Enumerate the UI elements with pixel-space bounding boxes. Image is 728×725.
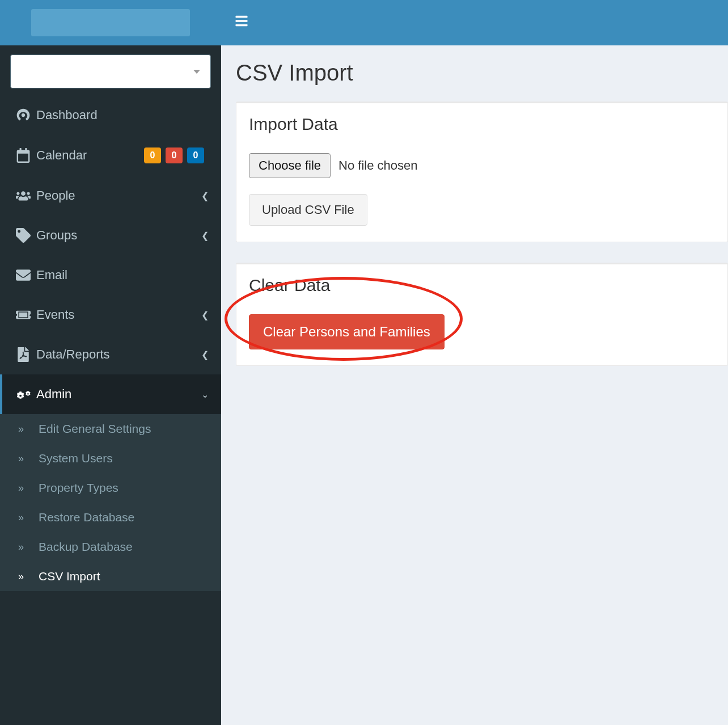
subnav-label: Edit General Settings — [39, 422, 151, 436]
angle-double-right-icon: » — [18, 482, 39, 494]
clear-persons-families-button[interactable]: Clear Persons and Families — [249, 314, 445, 349]
chevron-left-icon: ❮ — [201, 191, 209, 201]
sidebar-item-label: Events — [36, 307, 201, 322]
angle-double-right-icon: » — [18, 423, 39, 435]
subnav-label: System Users — [39, 452, 113, 465]
chevron-down-icon: ⌄ — [201, 389, 209, 400]
sidebar-search[interactable] — [10, 54, 211, 88]
subnav-label: Property Types — [39, 481, 118, 495]
panel-body: Clear Persons and Families — [236, 301, 727, 352]
choose-file-button[interactable]: Choose file — [249, 153, 331, 178]
ticket-icon — [16, 307, 36, 322]
logo-placeholder — [31, 9, 190, 36]
calendar-badges: 0 0 0 — [144, 147, 204, 163]
caret-down-icon — [193, 70, 200, 74]
sidebar-item-label: Dashboard — [36, 108, 209, 123]
badge-red: 0 — [166, 147, 183, 163]
sidebar-item-label: Email — [36, 268, 209, 283]
panel-body: Choose file No file chosen Upload CSV Fi… — [236, 140, 727, 228]
subnav-system-users[interactable]: » System Users — [0, 444, 221, 473]
chevron-left-icon: ❮ — [201, 349, 209, 360]
sidebar-item-admin[interactable]: Admin ⌄ — [0, 374, 221, 414]
upload-csv-button[interactable]: Upload CSV File — [249, 194, 367, 226]
main: CSV Import Import Data Choose file No fi… — [221, 0, 728, 725]
subnav-restore-database[interactable]: » Restore Database — [0, 503, 221, 532]
page-title: CSV Import — [236, 60, 728, 86]
subnav-label: Backup Database — [39, 540, 133, 554]
content: CSV Import Import Data Choose file No fi… — [221, 45, 728, 725]
angle-double-right-icon: » — [18, 453, 39, 465]
panel-header: Import Data — [236, 103, 727, 140]
sidebar-item-dashboard[interactable]: Dashboard — [0, 95, 221, 135]
people-icon — [16, 188, 36, 203]
sidebar-search-wrap — [0, 45, 221, 95]
sidebar-logo — [0, 0, 221, 45]
sidebar-item-label: People — [36, 188, 201, 203]
subnav-label: Restore Database — [39, 511, 134, 524]
sidebar-item-label: Admin — [36, 387, 201, 402]
angle-double-right-icon: » — [18, 541, 39, 553]
tag-icon — [16, 228, 36, 243]
file-row: Choose file No file chosen — [249, 153, 715, 178]
file-pdf-icon — [16, 347, 36, 362]
file-status: No file chosen — [338, 158, 417, 173]
subnav-csv-import[interactable]: » CSV Import — [0, 562, 221, 591]
sidebar-nav: Dashboard Calendar 0 0 0 People ❮ Gr — [0, 95, 221, 591]
panel-header: Clear Data — [236, 264, 727, 301]
sidebar-item-calendar[interactable]: Calendar 0 0 0 — [0, 135, 221, 176]
sidebar-item-data-reports[interactable]: Data/Reports ❮ — [0, 335, 221, 374]
calendar-icon — [16, 148, 36, 163]
angle-double-right-icon: » — [18, 512, 39, 524]
admin-subnav: » Edit General Settings » System Users »… — [0, 414, 221, 591]
sidebar-item-label: Groups — [36, 228, 201, 243]
topbar — [221, 0, 728, 45]
subnav-property-types[interactable]: » Property Types — [0, 473, 221, 503]
angle-double-right-icon: » — [18, 571, 39, 583]
subnav-label: CSV Import — [39, 570, 100, 583]
sidebar: Dashboard Calendar 0 0 0 People ❮ Gr — [0, 0, 221, 725]
clear-data-panel: Clear Data Clear Persons and Families — [236, 263, 728, 366]
subnav-edit-general-settings[interactable]: » Edit General Settings — [0, 414, 221, 444]
dashboard-icon — [16, 108, 36, 123]
chevron-left-icon: ❮ — [201, 230, 209, 241]
subnav-backup-database[interactable]: » Backup Database — [0, 532, 221, 562]
cogs-icon — [16, 387, 36, 402]
sidebar-item-email[interactable]: Email — [0, 255, 221, 295]
chevron-left-icon: ❮ — [201, 310, 209, 321]
hamburger-icon[interactable] — [235, 14, 248, 31]
sidebar-item-people[interactable]: People ❮ — [0, 176, 221, 216]
badge-blue: 0 — [187, 147, 204, 163]
import-data-panel: Import Data Choose file No file chosen U… — [236, 102, 728, 242]
sidebar-item-events[interactable]: Events ❮ — [0, 295, 221, 335]
sidebar-item-groups[interactable]: Groups ❮ — [0, 216, 221, 255]
sidebar-item-label: Calendar — [36, 148, 144, 163]
envelope-icon — [16, 268, 36, 283]
sidebar-item-label: Data/Reports — [36, 347, 201, 362]
badge-orange: 0 — [144, 147, 161, 163]
